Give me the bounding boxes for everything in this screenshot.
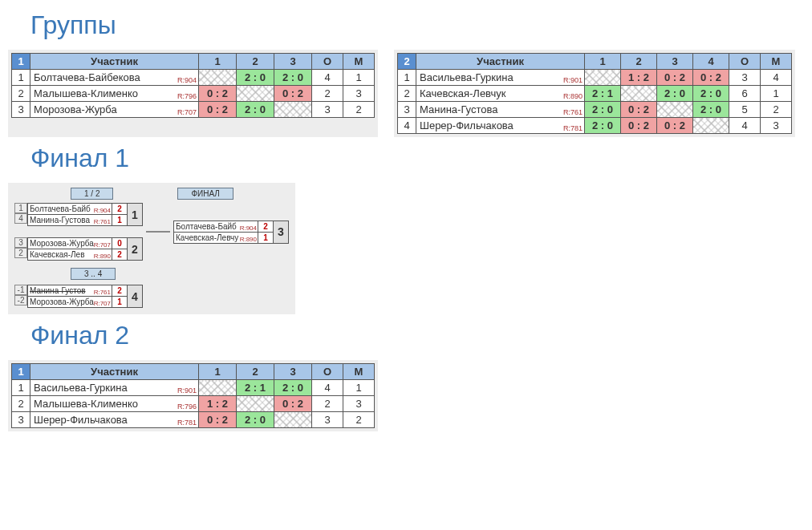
points-o: 5: [729, 102, 761, 118]
col-participant: Участник: [416, 54, 585, 70]
col-participant: Участник: [30, 54, 199, 70]
self-cell: [657, 102, 693, 118]
rating: R:781: [177, 419, 197, 427]
row-2: 2Малышева-КлименкоR:7961 : 20 : 223: [12, 396, 375, 412]
participant-name: Болтачева-БайбековаR:904: [30, 70, 199, 86]
participant-name: Манина-ГустоваR:761: [416, 102, 585, 118]
points-m: 4: [761, 70, 792, 86]
heading-final2: Финал 2: [30, 321, 804, 350]
bracket-name: Болтачева-БайбR:904: [28, 204, 112, 215]
self-cell: [199, 380, 237, 396]
col-3: 3: [657, 54, 693, 70]
self-cell: [585, 70, 621, 86]
bracket-score: 1: [112, 215, 128, 226]
points-o: 4: [312, 380, 343, 396]
score-cell: 2 : 0: [274, 70, 312, 86]
row-num: 3: [12, 102, 30, 118]
score-cell: 0 : 2: [274, 86, 312, 102]
final2-block: 1Участник123ОМ1Васильева-ГуркинаR:9012 :…: [8, 360, 378, 431]
rating: R:904: [94, 207, 111, 214]
group2-table: 2Участник1234ОМ1Васильева-ГуркинаR:9011 …: [397, 53, 792, 134]
score-cell: 0 : 2: [621, 102, 657, 118]
seed-idx: -2: [14, 295, 27, 305]
group-number: 2: [398, 54, 416, 70]
rating: R:890: [240, 236, 257, 243]
points-o: 3: [729, 70, 761, 86]
participant-name: Малышева-КлименкоR:796: [30, 86, 199, 102]
heading-groups: Группы: [30, 10, 804, 40]
score-cell: 1 : 2: [621, 70, 657, 86]
rating: R:890: [563, 92, 583, 100]
seed-idx: 2: [14, 248, 27, 258]
score-cell: 0 : 2: [199, 412, 237, 428]
bracket-score: 2: [112, 204, 128, 215]
bracket-semi-label: 1 / 2: [71, 188, 113, 200]
bracket-score: 1: [258, 232, 274, 243]
score-cell: 2 : 0: [585, 118, 621, 134]
score-cell: 0 : 2: [274, 396, 312, 412]
row-3: 3Манина-ГустоваR:7612 : 00 : 22 : 052: [398, 102, 792, 118]
group-number: 1: [12, 364, 30, 380]
participant-name: Васильева-ГуркинаR:901: [30, 380, 199, 396]
score-cell: 2 : 1: [585, 86, 621, 102]
col-1: 1: [585, 54, 621, 70]
col-1: 1: [199, 54, 237, 70]
points-m: 2: [343, 102, 375, 118]
rating: R:761: [563, 108, 583, 116]
place-badge: 4: [127, 285, 143, 308]
score-cell: 0 : 2: [199, 102, 237, 118]
row-num: 2: [12, 396, 30, 412]
row-num: 4: [398, 118, 416, 134]
col-2: 2: [237, 364, 274, 380]
seed-idx: 4: [14, 213, 27, 224]
place-badge: 3: [273, 220, 289, 244]
points-m: 2: [343, 412, 375, 428]
rating: R:761: [94, 289, 111, 296]
row-2: 2Качевская-ЛевчукR:8902 : 12 : 02 : 061: [398, 86, 792, 102]
bracket-name: Качевская-ЛевR:890: [28, 249, 112, 261]
group1-table: 1Участник123ОМ1Болтачева-БайбековаR:9042…: [11, 53, 375, 118]
col-o: О: [312, 54, 343, 70]
col-o: О: [729, 54, 761, 70]
rating: R:901: [177, 386, 197, 394]
self-cell: [693, 118, 729, 134]
row-3: 3Морозова-ЖурбаR:7070 : 22 : 032: [12, 102, 375, 118]
score-cell: 2 : 0: [693, 102, 729, 118]
score-cell: 2 : 1: [237, 380, 274, 396]
row-num: 1: [12, 380, 30, 396]
points-o: 2: [312, 396, 343, 412]
row-num: 1: [398, 70, 416, 86]
score-cell: 2 : 0: [274, 380, 312, 396]
score-cell: 2 : 0: [657, 86, 693, 102]
row-1: 1Васильева-ГуркинаR:9011 : 20 : 20 : 234: [398, 70, 792, 86]
rating: R:890: [94, 253, 111, 260]
participant-name: Малышева-КлименкоR:796: [30, 396, 199, 412]
points-m: 1: [343, 380, 375, 396]
score-cell: 2 : 0: [237, 70, 274, 86]
row-num: 3: [398, 102, 416, 118]
row-num: 2: [12, 86, 30, 102]
points-m: 1: [761, 86, 792, 102]
row-1: 1Болтачева-БайбековаR:9042 : 02 : 041: [12, 70, 375, 86]
row-2: 2Малышева-КлименкоR:7960 : 20 : 223: [12, 86, 375, 102]
bracket-score: 2: [112, 285, 128, 297]
col-m: М: [343, 54, 375, 70]
seed-idx: 3: [14, 237, 27, 248]
bracket-name: Болтачева-БайбR:904: [174, 220, 258, 232]
seed-idx: 1: [14, 203, 27, 213]
score-cell: 2 : 0: [693, 86, 729, 102]
rating: R:707: [177, 108, 197, 116]
participant-name: Шерер-ФильчаковаR:781: [416, 118, 585, 134]
score-cell: 0 : 2: [199, 86, 237, 102]
points-o: 3: [312, 102, 343, 118]
bracket-name: Манина-ГустовR:761: [28, 285, 112, 297]
col-3: 3: [274, 364, 312, 380]
bracket-final-label: ФИНАЛ: [177, 188, 233, 200]
points-o: 3: [312, 412, 343, 428]
score-cell: 2 : 0: [585, 102, 621, 118]
rating: R:761: [94, 218, 111, 225]
points-m: 2: [761, 102, 792, 118]
rating: R:901: [563, 76, 583, 84]
rating: R:904: [240, 225, 257, 232]
points-m: 3: [761, 118, 792, 134]
